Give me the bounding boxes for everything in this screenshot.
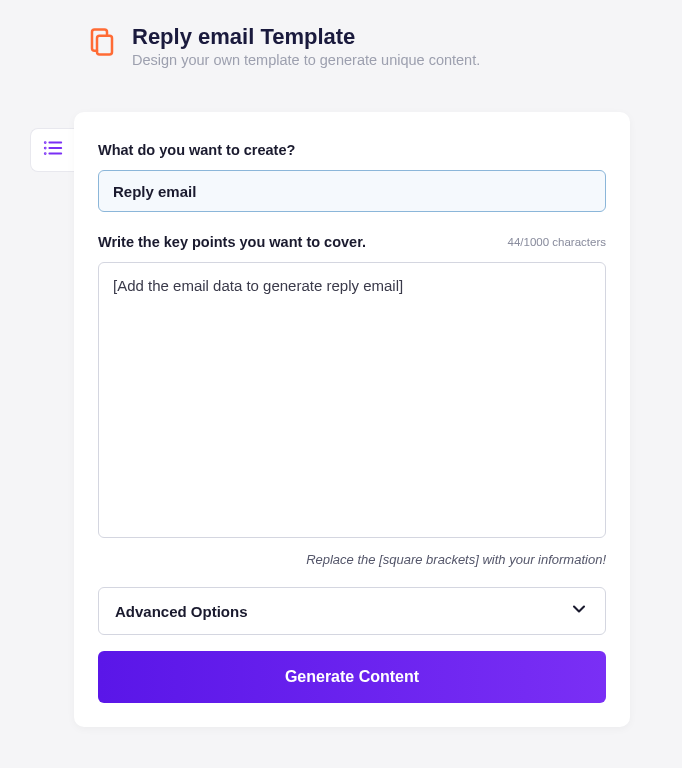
svg-rect-0 — [97, 36, 112, 55]
template-card: What do you want to create? Write the ke… — [74, 112, 630, 727]
page-title: Reply email Template — [132, 24, 480, 50]
copy-icon — [86, 26, 118, 58]
chevron-down-icon — [569, 599, 589, 623]
list-icon — [42, 137, 64, 163]
advanced-options-label: Advanced Options — [115, 603, 248, 620]
page-header: Reply email Template Design your own tem… — [0, 0, 682, 68]
advanced-options-toggle[interactable]: Advanced Options — [98, 587, 606, 635]
helper-text: Replace the [square brackets] with your … — [98, 552, 606, 567]
generate-button[interactable]: Generate Content — [98, 651, 606, 703]
keypoints-label: Write the key points you want to cover. — [98, 234, 366, 250]
sidebar-toggle[interactable] — [30, 128, 74, 172]
svg-point-6 — [44, 153, 45, 154]
create-label: What do you want to create? — [98, 142, 606, 158]
page-subtitle: Design your own template to generate uni… — [132, 52, 480, 68]
header-text: Reply email Template Design your own tem… — [132, 24, 480, 68]
svg-point-4 — [44, 142, 45, 143]
keypoints-header: Write the key points you want to cover. … — [98, 234, 606, 250]
keypoints-textarea[interactable] — [98, 262, 606, 538]
char-count: 44/1000 characters — [508, 236, 606, 248]
svg-point-5 — [44, 148, 45, 149]
title-input[interactable] — [98, 170, 606, 212]
